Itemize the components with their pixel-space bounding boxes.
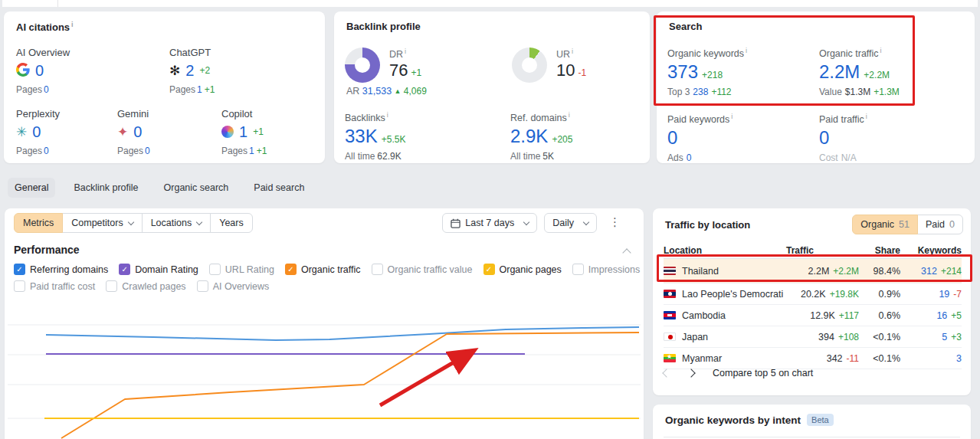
share-cell: 0.9% [862,289,900,300]
checked-checkbox-icon[interactable]: ✓ [119,264,130,275]
info-icon: i [866,113,867,120]
column-header-keywords[interactable]: Keywords [903,245,962,256]
filter-button-locations[interactable]: Locations [142,213,211,233]
paid-keywords-value[interactable]: 0 [667,127,733,149]
granularity-button[interactable]: Daily [544,213,597,233]
pages-value[interactable]: 1 [197,84,202,95]
chatgpt-icon: ✻ [169,64,180,77]
paid-traffic-block: Paid traffici 0 CostN/A [819,113,867,163]
table-row-myanmar[interactable]: Myanmar342-11<0.1%3 [664,348,962,369]
unchecked-checkbox-icon[interactable] [209,264,221,275]
toggle-paid[interactable]: Paid0 [917,215,963,234]
metric-toggle-url-rating[interactable]: URL Rating [209,264,274,275]
search-panel: Search Organic keywordsi 373+218 Top 323… [657,11,975,163]
filter-button-years[interactable]: Years [210,213,253,233]
checked-checkbox-icon[interactable]: ✓ [14,264,25,275]
backlinks-value[interactable]: 33K+5.5K [345,126,405,147]
column-header-traffic[interactable]: Traffic [786,245,859,256]
metric-toggle-organic-traffic[interactable]: ✓Organic traffic [285,264,361,275]
ai-citation-value[interactable]: 0 [133,123,142,141]
toggle-label: Paid [926,219,945,230]
collapse-chevron-up-icon[interactable] [622,248,631,257]
column-header-location[interactable]: Location [664,245,783,256]
keywords-value[interactable]: 16 [936,310,947,321]
previous-page-icon[interactable] [662,369,670,377]
unchecked-checkbox-icon[interactable] [372,264,383,275]
kebab-menu-icon[interactable]: ⋮ [609,216,621,228]
toggle-organic[interactable]: Organic51 [852,215,918,234]
metric-toggle-organic-pages[interactable]: ✓Organic pages [483,264,562,275]
ai-citation-value[interactable]: 1 [239,123,247,141]
checked-checkbox-icon[interactable]: ✓ [483,264,495,275]
metric-label: Domain Rating [135,264,198,275]
ur-value: 10-1 [556,61,586,80]
metric-toggle-impressions[interactable]: Impressions [572,264,640,275]
chevron-down-icon [523,218,529,224]
metric-toggle-referring-domains[interactable]: ✓Referring domains [14,264,108,275]
ai-citation-value[interactable]: 0 [35,62,44,80]
tab-general[interactable]: General [8,178,55,198]
table-row-lao-people-s-democratic-reput[interactable]: Lao People's Democratic Reput20.2K+19.8K… [664,283,962,305]
keywords-change: +3 [951,332,962,342]
traffic-cell: 394+108 [786,332,859,342]
keywords-value[interactable]: 3 [956,353,962,364]
tab-backlink-profile[interactable]: Backlink profile [67,178,145,198]
top3-value[interactable]: 238 [693,87,708,97]
metric-label: AI Overviews [213,281,270,292]
pages-value[interactable]: 0 [44,146,49,156]
info-icon: i [387,111,388,119]
ai-citation-value[interactable]: 2 [185,62,194,80]
metric-toggle-crawled-pages[interactable]: Crawled pages [106,280,185,292]
next-page-icon[interactable] [687,369,695,377]
pages-value[interactable]: 0 [145,146,150,156]
ai-citation-value[interactable]: 0 [32,123,41,141]
tab-organic-search[interactable]: Organic search [157,178,236,198]
traffic-by-location-panel: Traffic by location Organic51Paid0 Locat… [653,208,971,395]
organic-paid-toggle: Organic51Paid0 [853,215,963,234]
tab-paid-search[interactable]: Paid search [247,178,311,198]
metric-toggle-organic-traffic-value[interactable]: Organic traffic value [372,264,473,275]
ref-domains-block: Ref. domainsi 2.9K+205 All time5K [510,111,572,162]
keywords-value[interactable]: 312 [921,266,937,277]
table-row-japan[interactable]: Japan394+108<0.1%5+3 [664,326,962,348]
pages-label: Pages [169,84,195,95]
keywords-cell: 19-7 [903,289,962,300]
performance-chart[interactable] [8,305,641,439]
metric-toggle-paid-traffic-cost[interactable]: Paid traffic cost [14,280,95,292]
unchecked-checkbox-icon[interactable] [572,264,584,275]
ref-domains-value[interactable]: 2.9K+205 [510,126,572,147]
organic-keywords-value[interactable]: 373+218 [667,61,747,83]
organic-traffic-value[interactable]: 2.2M+2.2M [819,61,900,83]
traffic-value: 342 [827,353,843,364]
filter-button-metrics[interactable]: Metrics [14,213,63,233]
google-icon [16,63,30,79]
date-range-button[interactable]: Last 7 days [442,213,537,233]
paid-traffic-value[interactable]: 0 [819,127,867,149]
keywords-value[interactable]: 19 [939,289,949,300]
filter-button-competitors[interactable]: Competitors [62,213,142,233]
metric-label: Crawled pages [122,281,185,292]
ref-domains-alltime: All time5K [510,151,572,162]
pages-value[interactable]: 1 [249,146,254,156]
checked-checkbox-icon[interactable]: ✓ [285,264,297,275]
location-table: LocationTrafficShareKeywordsThailand2.2M… [664,242,962,369]
backlinks-label: Backlinksi [345,111,405,123]
ar-value[interactable]: 31,533 [362,86,392,97]
column-header-share[interactable]: Share [862,245,900,256]
metric-toggle-domain-rating[interactable]: ✓Domain Rating [119,264,198,275]
pages-value[interactable]: 0 [44,84,49,95]
unchecked-checkbox-icon[interactable] [197,280,208,292]
unchecked-checkbox-icon[interactable] [106,280,117,292]
organic-traffic-label: Organic traffici [819,47,900,59]
table-row-thailand[interactable]: Thailand2.2M+2.2M98.4%312+214 [664,259,962,283]
domain-rating-donut [345,48,380,83]
cost-row: CostN/A [819,152,867,163]
metric-toggle-ai-overviews[interactable]: AI Overviews [197,280,270,292]
traffic-cell: 12.9K+117 [786,310,859,321]
ai-citations-title: AI citationsi [16,21,74,33]
keywords-value[interactable]: 5 [942,332,947,342]
info-icon: i [405,48,406,55]
unchecked-checkbox-icon[interactable] [14,280,25,292]
table-row-cambodia[interactable]: Cambodia12.9K+1170.6%16+5 [664,305,962,326]
compare-top5-link[interactable]: Compare top 5 on chart [713,368,813,378]
